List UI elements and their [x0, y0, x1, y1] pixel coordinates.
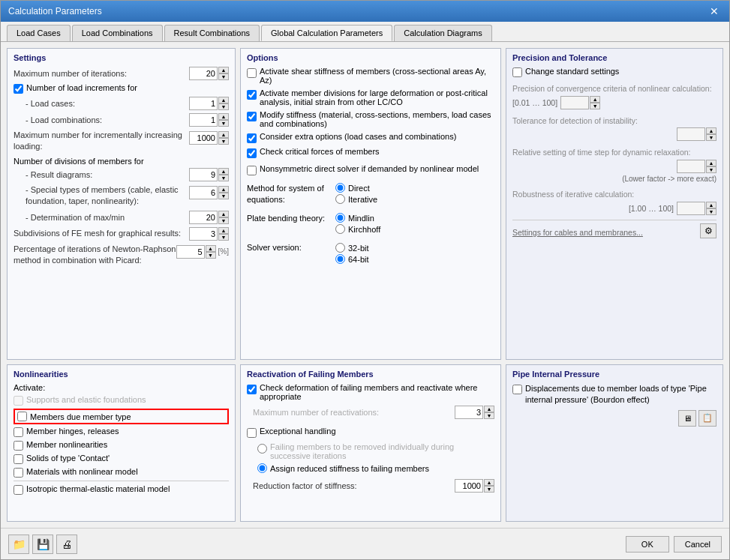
- load-cases-down[interactable]: ▼: [218, 103, 229, 110]
- check-deformation-label: Check deformation of failing members and…: [260, 383, 494, 401]
- subdivisions-input[interactable]: [189, 227, 218, 241]
- tolerance-control: ▲ ▼: [512, 127, 716, 141]
- max-iterations-up[interactable]: ▲: [218, 67, 229, 73]
- percentage-spinbox: ▲ ▼: [176, 245, 216, 259]
- determination-up[interactable]: ▲: [218, 211, 229, 217]
- pipe-icon2[interactable]: 📋: [698, 410, 716, 427]
- load-cases-up[interactable]: ▲: [218, 97, 229, 103]
- reduction-input[interactable]: [455, 479, 483, 493]
- failing-remove-radio[interactable]: [257, 444, 267, 454]
- change-settings-label: Change standard settings: [525, 67, 619, 76]
- special-types-up[interactable]: ▲: [218, 186, 229, 193]
- determination-input[interactable]: [189, 211, 218, 224]
- max-incrementally-down[interactable]: ▼: [218, 138, 229, 145]
- tab-global-calculation[interactable]: Global Calculation Parameters: [261, 25, 392, 41]
- displacements-checkbox[interactable]: [512, 385, 522, 394]
- cancel-button[interactable]: Cancel: [674, 536, 722, 553]
- subdivisions-up[interactable]: ▲: [218, 227, 229, 234]
- footer-icon1[interactable]: 📁: [8, 535, 29, 554]
- load-increments-row: Number of load increments for: [14, 83, 229, 94]
- max-incrementally-input[interactable]: [189, 131, 218, 145]
- max-iterations-spinbox: 20 ▲ ▼: [189, 67, 229, 80]
- max-iterations-down[interactable]: ▼: [218, 73, 229, 80]
- isotropic-checkbox[interactable]: [14, 485, 23, 495]
- tab-calculation-diagrams[interactable]: Calculation Diagrams: [394, 25, 492, 41]
- members-row: Members due member type: [14, 409, 229, 424]
- mindlin-radio[interactable]: [335, 213, 345, 223]
- relative-label: Relative setting of time step for dynami…: [512, 147, 716, 158]
- members-checkbox[interactable]: [17, 412, 27, 421]
- max-reactivations-down[interactable]: ▼: [484, 412, 494, 419]
- bit64-radio[interactable]: [335, 254, 345, 264]
- ok-button[interactable]: OK: [626, 536, 669, 553]
- reduction-up[interactable]: ▲: [484, 479, 494, 486]
- check-critical-label: Check critical forces of members: [260, 147, 380, 156]
- footer-icon3[interactable]: 🖨: [56, 535, 77, 554]
- special-types-input[interactable]: [189, 186, 218, 199]
- options-title: Options: [247, 53, 494, 62]
- displacements-row: Displacements due to member loads of typ…: [512, 383, 716, 406]
- precision-title: Precision and Tolerance: [512, 53, 716, 62]
- iterative-radio[interactable]: [335, 194, 345, 204]
- tab-load-combinations[interactable]: Load Combinations: [72, 25, 163, 41]
- result-diagrams-row: - Result diagrams: ▲ ▼: [14, 168, 229, 181]
- load-cases-input[interactable]: [189, 97, 218, 110]
- nonlinearities-panel: Nonlinearities Activate: Supports and el…: [7, 364, 236, 522]
- load-combinations-up[interactable]: ▲: [218, 113, 229, 120]
- consider-extra-checkbox[interactable]: [247, 133, 257, 143]
- result-diagrams-up[interactable]: ▲: [218, 168, 229, 175]
- footer-icon2[interactable]: 💾: [32, 535, 53, 554]
- result-diagrams-input[interactable]: [189, 168, 218, 181]
- percentage-input[interactable]: [176, 245, 205, 259]
- member-nonlinear-checkbox[interactable]: [14, 441, 23, 451]
- load-combinations-input[interactable]: [189, 113, 218, 127]
- relative-spin-buttons: ▲ ▼: [706, 160, 716, 173]
- load-cases-spinbox: ▲ ▼: [189, 97, 229, 110]
- bit32-radio[interactable]: [335, 243, 345, 253]
- supports-row: Supports and elastic foundations: [14, 395, 229, 406]
- load-combinations-down[interactable]: ▼: [218, 120, 229, 127]
- tab-result-combinations[interactable]: Result Combinations: [164, 25, 260, 41]
- materials-checkbox[interactable]: [14, 468, 23, 478]
- special-types-down[interactable]: ▼: [218, 193, 229, 199]
- percentage-up[interactable]: ▲: [206, 245, 216, 252]
- max-iterations-input[interactable]: 20: [189, 67, 218, 80]
- percentage-down[interactable]: ▼: [206, 252, 216, 259]
- check-critical-checkbox[interactable]: [247, 148, 257, 158]
- shear-stiffness-checkbox[interactable]: [247, 68, 257, 78]
- solids-checkbox[interactable]: [14, 454, 23, 464]
- member-divisions-checkbox[interactable]: [247, 90, 257, 100]
- relative-control: ▲ ▼: [512, 160, 716, 173]
- close-button[interactable]: ✕: [707, 5, 722, 17]
- hinges-checkbox[interactable]: [14, 427, 23, 437]
- load-increments-checkbox[interactable]: [14, 84, 23, 94]
- subdivisions-down[interactable]: ▼: [218, 234, 229, 241]
- result-diagrams-spin-buttons: ▲ ▼: [218, 168, 229, 181]
- max-reactivations-input[interactable]: [455, 406, 483, 419]
- precision-icon-btn[interactable]: ⚙: [700, 223, 716, 238]
- tolerance-section: Tolerance for detection of instability: …: [512, 115, 716, 142]
- nonsymmetric-checkbox[interactable]: [247, 166, 257, 175]
- modify-stiffness-checkbox[interactable]: [247, 112, 257, 121]
- determination-down[interactable]: ▼: [218, 217, 229, 224]
- shear-stiffness-row: Activate shear stiffness of members (cro…: [247, 67, 494, 85]
- tab-load-cases[interactable]: Load Cases: [7, 25, 71, 41]
- max-reactivations-up[interactable]: ▲: [484, 406, 494, 412]
- plate-bending-radio-group: Mindlin Kirchhoff: [335, 213, 380, 235]
- pipe-icon1[interactable]: 🖥: [678, 410, 696, 427]
- change-settings-checkbox[interactable]: [512, 67, 522, 77]
- result-diagrams-down[interactable]: ▼: [218, 175, 229, 181]
- settings-cables-link[interactable]: Settings for cables and membranes...: [512, 228, 643, 237]
- change-settings-row: Change standard settings: [512, 67, 716, 77]
- tolerance-down: ▼: [706, 134, 716, 141]
- check-deformation-checkbox[interactable]: [247, 385, 257, 394]
- assign-reduced-radio[interactable]: [257, 463, 267, 473]
- exceptional-checkbox[interactable]: [247, 428, 257, 438]
- determination-row: - Determination of max/min ▲ ▼: [14, 211, 229, 224]
- load-combinations-label: - Load combinations:: [26, 115, 189, 124]
- reduction-down[interactable]: ▼: [484, 486, 494, 493]
- plate-bending-label: Plate bending theory:: [247, 213, 329, 224]
- max-incrementally-up[interactable]: ▲: [218, 131, 229, 138]
- kirchhoff-radio[interactable]: [335, 224, 345, 234]
- direct-radio[interactable]: [335, 183, 345, 193]
